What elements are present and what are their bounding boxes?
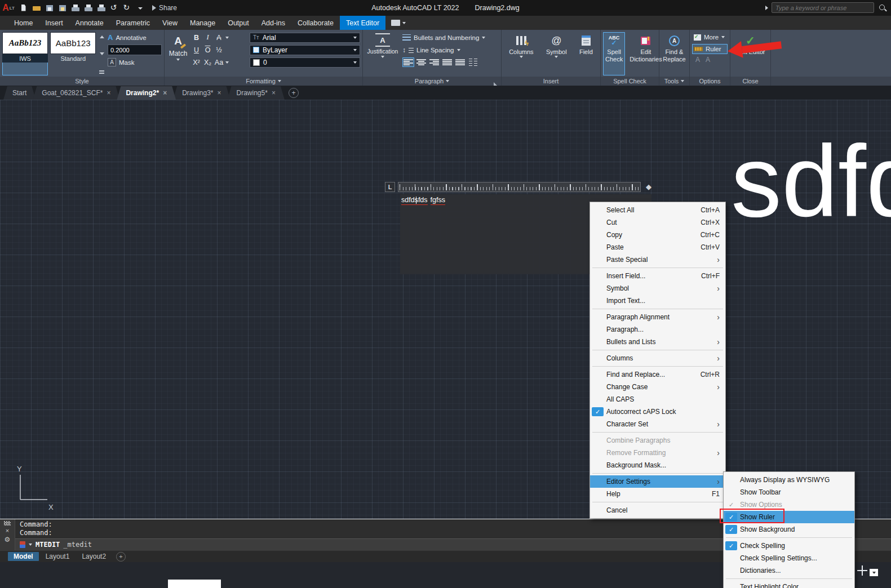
more-button[interactable]: More [692, 32, 728, 42]
close-tab-icon[interactable]: × [107, 89, 110, 97]
mtext-object[interactable]: sdfdsfds fgfss [731, 131, 891, 232]
chevron-down-icon[interactable] [29, 544, 32, 546]
color-combobox[interactable]: 0 [250, 57, 360, 68]
undo-icon[interactable] [109, 3, 119, 13]
customize-wrench-icon[interactable]: ⚙ [5, 536, 11, 544]
menu-item-background-mask[interactable]: Background Mask... [590, 459, 725, 471]
text-height-input[interactable] [108, 44, 162, 55]
ribbon-tab-collaborate[interactable]: Collaborate [291, 16, 340, 30]
menu-item-paste-special[interactable]: Paste Special› [590, 253, 725, 266]
menu-item-symbol[interactable]: Symbol› [590, 282, 725, 295]
menu-item-select-all[interactable]: Select AllCtrl+A [590, 204, 725, 216]
search-input[interactable] [772, 2, 874, 13]
ruler-button[interactable]: Ruler [692, 44, 728, 54]
close-command-icon[interactable]: × [6, 528, 9, 533]
formatting-panel-label[interactable]: Formatting [165, 77, 362, 86]
spell-check-button[interactable]: ABC✓ Spell Check [603, 32, 625, 75]
chevron-down-icon[interactable] [225, 37, 229, 39]
layout-tab-layout1[interactable]: Layout1 [40, 552, 76, 561]
menu-item-paste[interactable]: PasteCtrl+V [590, 241, 725, 253]
menu-item-check-spelling[interactable]: ✓Check Spelling [724, 540, 854, 552]
file-tab-start[interactable]: Start [3, 86, 36, 100]
text-style-standard[interactable]: AaBb123 Standard [50, 32, 96, 75]
menu-item-paragraph-alignment[interactable]: Paragraph Alignment› [590, 311, 725, 323]
gallery-down-icon[interactable] [98, 51, 105, 57]
dialog-launcher-icon[interactable] [494, 79, 497, 86]
font-combobox[interactable]: Tт Arial [250, 33, 360, 43]
autocad-logo-icon[interactable]: ALT [0, 0, 17, 16]
search-expand-icon[interactable] [765, 6, 768, 10]
match-button[interactable]: A Match [167, 32, 189, 75]
misspelled-word[interactable]: sdfdsfds [401, 196, 428, 205]
chevron-down-icon[interactable] [225, 61, 229, 64]
ribbon-tab-annotate[interactable]: Annotate [69, 16, 110, 30]
combine-columns-button[interactable] [467, 57, 479, 67]
plot-icon[interactable] [70, 3, 81, 13]
ruler-width-handle[interactable]: ◆ [646, 182, 651, 191]
menu-item-text-highlight-color[interactable]: Text Highlight Color... [724, 581, 854, 588]
share-button[interactable]: Share [152, 4, 177, 12]
superscript-button[interactable]: X² [192, 57, 201, 68]
close-tab-icon[interactable]: × [218, 89, 221, 97]
drawing-canvas[interactable]: sdfdsfds fgfss L ◆ sdfdsfds fgfss Y X [0, 100, 891, 519]
gallery-expand-icon[interactable] [98, 68, 105, 74]
tools-panel-label[interactable]: Tools [659, 77, 689, 86]
qat-dropdown-icon[interactable] [135, 3, 145, 13]
align-center-button[interactable] [415, 57, 427, 67]
field-button[interactable]: Field [577, 32, 595, 75]
open-file-icon[interactable] [32, 3, 42, 13]
edit-dictionaries-button[interactable]: Edit Dictionaries [627, 32, 664, 75]
undo-text-tool-icon[interactable]: A [695, 56, 700, 64]
layout-tab-model[interactable]: Model [8, 552, 39, 561]
annotative-toggle[interactable]: A Annotative [108, 32, 162, 43]
menu-item-dictionaries[interactable]: Dictionaries... [724, 564, 854, 577]
ribbon-tab-add-ins[interactable]: Add-ins [255, 16, 291, 30]
strikethrough-button[interactable]: A [214, 33, 224, 43]
bold-button[interactable]: B [192, 33, 201, 43]
columns-button[interactable]: ϟ Columns [507, 32, 535, 75]
layout-tab-layout2[interactable]: Layout2 [76, 552, 112, 561]
new-drawing-tab-button[interactable]: + [289, 88, 299, 98]
menu-item-always-display-as-wysiwyg[interactable]: Always Display as WYSIWYG [724, 474, 854, 486]
menu-item-show-toolbar[interactable]: Show Toolbar [724, 486, 854, 498]
print-icon[interactable] [96, 3, 107, 13]
ribbon-tab-home[interactable]: Home [8, 16, 39, 30]
menu-item-help[interactable]: HelpF1 [590, 488, 725, 500]
stack-button[interactable]: ½ [214, 45, 224, 55]
paragraph-panel-label[interactable]: Paragraph [363, 77, 501, 86]
close-tab-icon[interactable]: × [163, 89, 167, 97]
ribbon-tab-manage[interactable]: Manage [184, 16, 221, 30]
save-icon[interactable] [45, 3, 55, 13]
ribbon-tab-output[interactable]: Output [221, 16, 255, 30]
menu-item-autocorrect-caps-lock[interactable]: ✓Autocorrect cAPS Lock [590, 406, 725, 418]
ribbon-tab-text-editor[interactable]: Text Editor [340, 16, 385, 30]
file-tab-drawing2[interactable]: Drawing2*× [117, 86, 176, 100]
distribute-button[interactable] [454, 57, 466, 67]
subscript-button[interactable]: X₂ [203, 57, 212, 68]
close-tab-icon[interactable]: × [272, 89, 276, 97]
find-replace-button[interactable]: A Find & Replace [661, 32, 688, 75]
file-tab-drawing3[interactable]: Drawing3*× [173, 86, 230, 100]
save-as-icon[interactable] [57, 3, 68, 13]
change-case-button[interactable]: Aa [214, 57, 224, 68]
layer-combobox[interactable]: ByLayer [250, 45, 360, 55]
overline-button[interactable]: O [203, 45, 212, 55]
menu-item-all-caps[interactable]: All CAPS [590, 393, 725, 406]
gallery-up-icon[interactable] [98, 33, 105, 40]
new-layout-button[interactable]: + [116, 552, 126, 562]
underline-button[interactable]: U [192, 45, 201, 55]
search-icon[interactable] [877, 3, 888, 13]
menu-item-character-set[interactable]: Character Set› [590, 418, 725, 430]
mtext-ruler[interactable]: L ◆ [385, 181, 651, 193]
symbol-button[interactable]: @ Symbol [544, 32, 569, 75]
tabstop-selector[interactable]: L [385, 182, 395, 192]
misspelled-word[interactable]: fgfss [431, 196, 445, 205]
menu-item-bullets-and-lists[interactable]: Bullets and Lists› [590, 336, 725, 348]
menu-item-insert-field[interactable]: Insert Field...Ctrl+F [590, 270, 725, 282]
menu-item-show-background[interactable]: ✓Show Background [724, 523, 854, 536]
menu-item-editor-settings[interactable]: Editor Settings› [590, 475, 725, 488]
batch-plot-icon[interactable] [83, 3, 94, 13]
menu-item-import-text[interactable]: Import Text... [590, 295, 725, 307]
menu-item-cancel[interactable]: Cancel [590, 504, 725, 516]
align-right-button[interactable] [428, 57, 440, 67]
